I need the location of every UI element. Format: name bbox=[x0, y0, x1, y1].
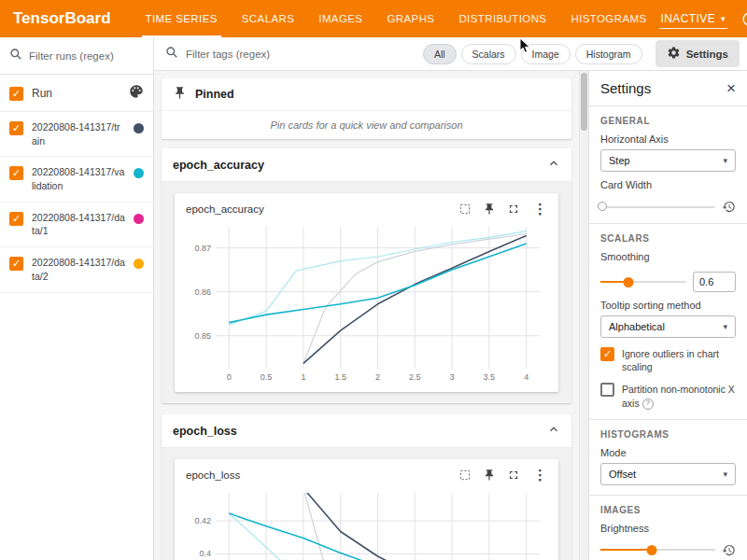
svg-text:2: 2 bbox=[375, 372, 380, 382]
tooltip-sorting-label: Tooltip sorting method bbox=[600, 300, 736, 311]
settings-panel-title: Settings bbox=[600, 80, 651, 96]
top-bar: TensorBoard TIME SERIESSCALARSIMAGESGRAP… bbox=[0, 0, 747, 37]
fullscreen-icon[interactable] bbox=[507, 469, 520, 482]
tab-time-series[interactable]: TIME SERIES bbox=[134, 0, 230, 37]
pin-icon[interactable] bbox=[483, 203, 496, 216]
smoothing-input[interactable] bbox=[693, 272, 736, 292]
tab-histograms[interactable]: HISTOGRAMS bbox=[558, 0, 658, 37]
pinned-empty-message: Pin cards for a quick view and compariso… bbox=[162, 111, 571, 139]
run-checkbox[interactable]: ✓ bbox=[9, 166, 23, 180]
brightness-label: Brightness bbox=[600, 523, 736, 534]
brightness-control bbox=[600, 543, 736, 557]
fit-to-data-icon[interactable] bbox=[458, 469, 472, 482]
ignore-outliers-checkbox[interactable]: ✓ bbox=[600, 347, 614, 361]
tooltip-sorting-value: Alphabetical bbox=[609, 321, 665, 332]
collapse-chevron-icon[interactable] bbox=[547, 423, 560, 439]
partition-x-axis-checkbox[interactable]: ✓ bbox=[600, 383, 614, 397]
header-controls: INACTIVE ▾ ? bbox=[659, 9, 747, 29]
pin-icon bbox=[173, 86, 187, 103]
tag-filter-input[interactable] bbox=[186, 49, 354, 60]
settings-button-label: Settings bbox=[686, 49, 728, 60]
status-dropdown[interactable]: INACTIVE ▾ bbox=[659, 9, 727, 29]
nav-tabs: TIME SERIESSCALARSIMAGESGRAPHSDISTRIBUTI… bbox=[134, 0, 659, 37]
section-header[interactable]: epoch_loss bbox=[162, 414, 571, 448]
run-item[interactable]: ✓20220808-141317/data/2 bbox=[0, 247, 153, 292]
run-filter-input[interactable] bbox=[29, 50, 144, 62]
run-color-dot bbox=[134, 123, 144, 133]
scrollbar-thumb[interactable] bbox=[581, 73, 587, 131]
pinned-header: Pinned bbox=[162, 78, 571, 111]
content-row: Pinned Pin cards for a quick view and co… bbox=[154, 71, 747, 560]
chart-card-title: epoch_loss bbox=[186, 469, 240, 481]
line-chart-epoch-accuracy[interactable]: 00.511.522.533.540.850.860.87 bbox=[182, 219, 551, 388]
svg-text:0.86: 0.86 bbox=[194, 287, 211, 297]
run-color-dot bbox=[134, 168, 144, 178]
line-chart-epoch-loss[interactable]: 00.511.522.533.540.360.380.40.42 bbox=[182, 485, 551, 560]
reset-icon[interactable] bbox=[722, 543, 736, 557]
horizontal-axis-label: Horizontal Axis bbox=[600, 133, 736, 145]
card-width-control bbox=[600, 200, 736, 214]
pin-icon[interactable] bbox=[483, 469, 496, 482]
run-checkbox[interactable]: ✓ bbox=[9, 257, 23, 271]
run-filter-row bbox=[0, 37, 153, 75]
close-icon[interactable]: × bbox=[726, 80, 736, 96]
theme-toggle-icon[interactable] bbox=[740, 9, 747, 28]
search-icon bbox=[165, 46, 178, 62]
tab-scalars[interactable]: SCALARS bbox=[230, 0, 307, 37]
tooltip-sorting-select[interactable]: Alphabetical ▾ bbox=[600, 315, 736, 338]
run-item[interactable]: ✓20220808-141317/data/1 bbox=[0, 203, 153, 247]
histogram-mode-select[interactable]: Offset ▾ bbox=[600, 463, 736, 485]
tab-graphs[interactable]: GRAPHS bbox=[374, 0, 446, 37]
chevron-down-icon: ▾ bbox=[721, 14, 726, 23]
histograms-heading: HISTOGRAMS bbox=[600, 429, 736, 440]
svg-text:0.5: 0.5 bbox=[261, 372, 273, 382]
chart-card-tools: ⋮ bbox=[458, 467, 549, 483]
main-scrollbar[interactable] bbox=[579, 71, 588, 560]
smoothing-slider[interactable] bbox=[600, 281, 686, 283]
run-item[interactable]: ✓20220808-141317/validation bbox=[0, 157, 153, 202]
settings-panel: Settings × GENERAL Horizontal Axis Step … bbox=[588, 71, 747, 560]
brightness-slider[interactable] bbox=[600, 549, 715, 551]
horizontal-axis-value: Step bbox=[609, 155, 630, 166]
scalars-heading: SCALARS bbox=[600, 233, 736, 244]
svg-text:2.5: 2.5 bbox=[409, 372, 421, 382]
palette-icon[interactable] bbox=[129, 84, 144, 102]
section-header[interactable]: epoch_accuracy bbox=[162, 148, 571, 182]
run-label: 20220808-141317/data/2 bbox=[32, 256, 125, 283]
fullscreen-icon[interactable] bbox=[507, 203, 520, 216]
settings-panel-header: Settings × bbox=[600, 80, 736, 96]
tab-images[interactable]: IMAGES bbox=[306, 0, 374, 37]
tab-distributions[interactable]: DISTRIBUTIONS bbox=[446, 0, 558, 37]
svg-text:0.85: 0.85 bbox=[194, 331, 211, 341]
tensorboard-app: TensorBoard TIME SERIESSCALARSIMAGESGRAP… bbox=[0, 0, 747, 560]
more-options-icon[interactable]: ⋮ bbox=[531, 467, 549, 483]
settings-button[interactable]: Settings bbox=[655, 40, 740, 67]
histogram-mode-value: Offset bbox=[609, 469, 636, 480]
reset-icon[interactable] bbox=[722, 200, 736, 214]
chip-scalars[interactable]: Scalars bbox=[461, 44, 516, 64]
fit-to-data-icon[interactable] bbox=[458, 203, 472, 216]
chevron-down-icon: ▾ bbox=[723, 156, 727, 165]
body-row: ✓ Run ✓20220808-141317/train✓20220808-14… bbox=[0, 37, 747, 560]
smoothing-control bbox=[600, 272, 736, 292]
help-icon[interactable]: ? bbox=[642, 399, 654, 410]
run-item[interactable]: ✓20220808-141317/train bbox=[0, 112, 153, 157]
runs-sidebar: ✓ Run ✓20220808-141317/train✓20220808-14… bbox=[0, 37, 154, 560]
run-checkbox[interactable]: ✓ bbox=[9, 212, 23, 226]
svg-text:3.5: 3.5 bbox=[484, 372, 496, 382]
collapse-chevron-icon[interactable] bbox=[547, 157, 560, 173]
select-all-runs-checkbox[interactable]: ✓ bbox=[9, 87, 23, 101]
chart-card-tools: ⋮ bbox=[458, 201, 549, 217]
more-options-icon[interactable]: ⋮ bbox=[531, 201, 549, 217]
run-label: 20220808-141317/train bbox=[32, 120, 125, 147]
main-column: AllScalarsImageHistogram Settings bbox=[154, 37, 747, 560]
chip-image[interactable]: Image bbox=[521, 44, 571, 64]
horizontal-axis-select[interactable]: Step ▾ bbox=[600, 149, 736, 172]
chip-all[interactable]: All bbox=[423, 44, 457, 64]
run-checkbox[interactable]: ✓ bbox=[9, 121, 23, 135]
gear-icon bbox=[667, 46, 681, 62]
chip-histogram[interactable]: Histogram bbox=[575, 44, 642, 64]
tag-type-chips: AllScalarsImageHistogram bbox=[423, 44, 642, 64]
run-label: 20220808-141317/data/1 bbox=[32, 211, 125, 238]
card-width-slider[interactable] bbox=[600, 206, 715, 208]
